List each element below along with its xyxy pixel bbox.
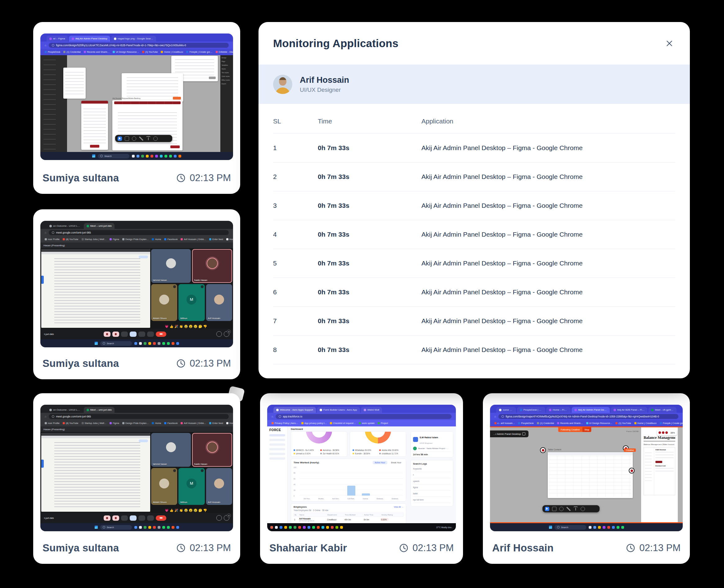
url-text: meet.google.com/umt-jurt-bkb [56, 231, 91, 234]
stop-button: Stop [582, 427, 591, 432]
screenshot-thumbnail: on Outcome - UX/UI L…Meet – umt-jurt-bkb… [40, 221, 233, 347]
taskbar-app-icons [134, 526, 179, 529]
bookmark: ncer Profile [45, 238, 60, 241]
collaborator-avatar [662, 431, 665, 434]
app-icon [621, 526, 624, 529]
text-tool-icon [574, 506, 578, 511]
taskbar-app-icons [589, 526, 624, 529]
profile-name: S.M Rabiul Islam [420, 436, 438, 439]
app-icon [176, 526, 179, 529]
app-icon [155, 155, 158, 158]
y-tick: 80 [294, 472, 296, 474]
table-row: 50h 7m 33sAkij Air Admin Panel Desktop –… [273, 249, 675, 278]
screenshot-card-arif[interactable]: ource MailPeopleDesk | ERPHome – FigmaAk… [483, 393, 690, 564]
participant-count-badge: 6 [227, 513, 231, 518]
move-tool-icon [118, 136, 122, 141]
maroon-header-shape [81, 101, 108, 104]
following-label: Following Creative [558, 427, 583, 432]
participant-grid: tahmid hasanSakib Hasan Abtahi ShuvoMMit… [151, 249, 232, 328]
dashboard-main: Dashboard WHMCS - Su 0.40%Aerodrop - 38.… [288, 426, 456, 523]
table-row: 30h 7m 33sAkij Air Admin Panel Desktop –… [273, 191, 675, 220]
participants-icon: 6 [224, 515, 229, 521]
table-row: 80h 7m 33sAkij Air Admin Panel Desktop –… [273, 336, 675, 364]
meet-controls: t-jurt-bkb 6 [40, 329, 233, 339]
windows-logo-icon [92, 154, 95, 158]
employees-card: Employees View All → Total Employees 58 … [291, 503, 406, 523]
time-worked-card: Time Worked (hourly) Active Hour Break H… [291, 459, 406, 502]
browser-tab: on Outcome - UX/UI L… [46, 407, 83, 413]
screenshot-card-shahariar[interactable]: Welcome - Aero Apps SupportForm Builder … [260, 393, 463, 564]
bookmarks-bar: ncer Profile(8) YouTubeStartup Jobs | We… [40, 420, 233, 426]
figma-inspector-panel: DesignPageVariablesStylesText stylesColo… [220, 55, 233, 152]
screenshot-thumbnail: ource MailPeopleDesk | ERPHome – FigmaAk… [490, 405, 683, 531]
emp-sl: 1 [294, 519, 299, 521]
browser-tabs: on Outcome - UX/UI L…Meet – umt-jurt-bkb [40, 405, 233, 413]
table-row: 20h 7m 33sAkij Air Admin Panel Desktop –… [273, 163, 675, 191]
screenshot-card-sumiya-3[interactable]: on Outcome - UX/UI L…Meet – umt-jurt-bkb… [33, 393, 240, 564]
sidebar-item [269, 453, 285, 455]
browser-tab: ource Mail [496, 407, 516, 413]
app-icon [134, 342, 137, 345]
avatar [413, 437, 418, 442]
screenshot-card-sumiya-2[interactable]: on Outcome - UX/UI L…Meet – umt-jurt-bkb… [33, 209, 240, 379]
app-icon [172, 342, 175, 345]
url-field: app.trackforce.io [276, 414, 451, 419]
bar [347, 486, 355, 496]
taskbar-app-icons [132, 155, 181, 158]
maroon-tabbar-shape [114, 101, 181, 104]
app-icon [617, 526, 619, 529]
sidebar-item [269, 439, 285, 441]
design-frame [63, 68, 86, 99]
windows-taskbar: Search [40, 152, 233, 160]
app-sidebar: FORCE [267, 426, 288, 523]
emp-dept: Creatibuzz [326, 519, 344, 521]
y-tick: 60 [294, 478, 296, 480]
meet-controls: t-jurt-bkb 6 [40, 513, 233, 523]
screenshot-card-sumiya-1[interactable]: wl – FigmaAkij Air Admin Panel Desktopna… [33, 22, 240, 194]
url-text: figma.com/design/vajwAFHOIMwfBuQpNu5QxX/… [505, 415, 659, 418]
user-avatar [273, 75, 292, 94]
url-field: meet.google.com/umt-jurt-bkb [49, 230, 229, 235]
chrome-window: Welcome - Aero Apps SupportForm Builder … [267, 405, 456, 531]
donut-chart [365, 432, 391, 443]
chrome-window: on Outcome - UX/UI L…Meet – umt-jurt-bkb… [40, 221, 233, 347]
app-icon [141, 155, 144, 158]
bookmark: Home [152, 422, 161, 424]
capture-time: 02:13 PM [626, 542, 681, 553]
bookmark: Enter feed [209, 422, 223, 424]
bookmark: Home | Creatibuzz [634, 422, 657, 424]
admin-app-preview: Add Invoice Invoice List [644, 447, 675, 495]
frame-subheading: Balance Management (Make Invoice) [644, 443, 675, 445]
url-text: app.trackforce.io [283, 415, 302, 418]
employee-name: Sumiya sultana [42, 358, 119, 369]
search-logs-card: Search Logs Keywordsfupworkfigmaballetny… [410, 460, 454, 506]
app-icon [158, 342, 160, 345]
app-icon [172, 526, 175, 529]
frame-heading: Balance Management [644, 436, 675, 441]
collaborator-avatar [658, 431, 661, 434]
browser-tab: Meet – umt-jurt-bkb [84, 407, 115, 413]
app-icon [317, 526, 320, 529]
selection-highlight [41, 276, 44, 284]
close-button[interactable] [663, 37, 676, 50]
bookmark: (8) YouTube [63, 238, 79, 241]
employee-col-header: Active Time [363, 514, 381, 516]
bar [362, 493, 370, 496]
employee-name: Sumiya sultana [42, 172, 119, 184]
sidebar-item [269, 448, 285, 450]
employee-col-header: Department [327, 514, 344, 516]
bookmarks-bar: ncer Profile(8) YouTubeStartup Jobs | We… [40, 236, 233, 243]
meet-stage: tahmid hasanSakib Hasan Abtahi ShuvoMMit… [40, 248, 233, 329]
app-icon [158, 526, 160, 529]
participant-count-badge: 6 [227, 330, 231, 334]
windows-taskbar: Search [40, 523, 233, 531]
collaborator-cursor-avatar [629, 468, 635, 474]
weather-widget: 27°C Mostly clou… [436, 526, 454, 528]
app-icon [146, 155, 149, 158]
bookmark: App privacy policy t… [301, 422, 327, 424]
table-row: 70h 7m 33sAkij Air Admin Panel Desktop –… [273, 307, 675, 336]
browser-address-bar: ⌂ figma.com/design/5Z0lhy1LUtzuKTlCZaceM… [40, 42, 233, 49]
end-call-button [156, 516, 166, 521]
inspector-label: Variables [222, 64, 232, 66]
employee-row: 1 Arif Hossainarif.hossain@ibos.io Creat… [294, 517, 403, 523]
